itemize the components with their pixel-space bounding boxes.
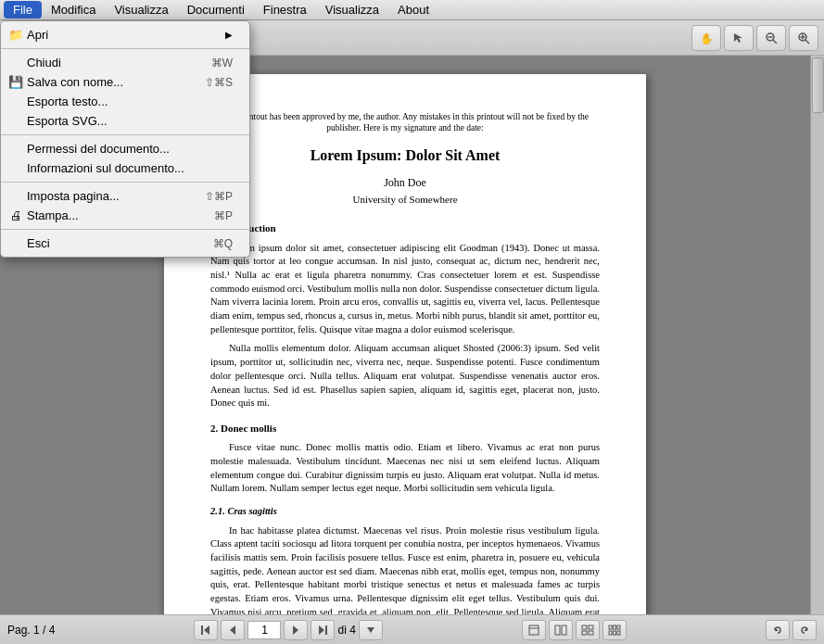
svg-rect-12 (201, 625, 203, 635)
section-2-para-1: Fusce vitae nunc. Donec mollis mattis od… (210, 441, 600, 496)
page-tools-group (522, 620, 627, 640)
menu-item-chiudi-label: Chiudi (27, 56, 61, 69)
menu-item-informazioni-label: Informazioni sul documento... (27, 161, 184, 175)
section-1-para-2: Nulla mollis elementum dolor. Aliquam ac… (210, 342, 600, 410)
svg-rect-32 (617, 631, 620, 635)
menu-item-esporta-svg-label: Esporta SVG... (27, 114, 108, 128)
menubar: File Modifica Visualizza Documenti Fines… (0, 0, 824, 20)
menu-file[interactable]: File (4, 1, 42, 19)
pdf-affiliation: University of Somewhere (210, 193, 600, 207)
menu-item-permessi-label: Permessi del documento... (27, 142, 170, 156)
separator-3 (1, 182, 249, 183)
di-label: di 4 (337, 624, 355, 637)
svg-rect-24 (589, 625, 593, 629)
menu-item-informazioni[interactable]: Informazioni sul documento... (1, 158, 249, 178)
tool-btn-1[interactable] (522, 620, 546, 640)
file-menu-dropdown: 📁 Apri ▶ Chiudi ⌘W 💾 Salva con nome... ⇧… (0, 20, 250, 258)
tool-btn-2[interactable] (549, 620, 573, 640)
svg-line-9 (805, 40, 809, 44)
menu-item-stampa-shortcut: ⌘P (214, 209, 233, 222)
svg-rect-27 (609, 625, 612, 629)
page-label: Pag. 1 / 4 (7, 624, 55, 637)
section-21-heading: 2.1. Cras sagittis (210, 505, 600, 519)
separator-4 (1, 229, 249, 230)
nav-first-button[interactable] (194, 620, 218, 640)
separator-2 (1, 134, 249, 135)
menu-item-salva-label: Salva con nome... (27, 75, 123, 89)
svg-rect-21 (555, 625, 560, 635)
svg-rect-19 (529, 625, 539, 635)
hand-tool-button[interactable]: ✋ (691, 25, 721, 51)
rotate-cw-button[interactable] (792, 620, 817, 640)
folder-icon: 📁 (8, 28, 23, 43)
menu-visualizza2[interactable]: Visualizza (316, 1, 388, 19)
separator-1 (1, 48, 249, 49)
menu-item-salva[interactable]: 💾 Salva con nome... ⇧⌘S (1, 72, 249, 92)
rotate-ccw-button[interactable] (766, 620, 790, 640)
nav-last-button[interactable] (311, 620, 335, 640)
rotate-tools-group (766, 620, 817, 640)
section-1-heading: 1. Introduction (210, 221, 600, 235)
file-menu-panel: 📁 Apri ▶ Chiudi ⌘W 💾 Salva con nome... ⇧… (0, 20, 250, 258)
menu-item-stampa[interactable]: 🖨 Stampa... ⌘P (1, 206, 249, 225)
svg-rect-29 (617, 625, 620, 629)
svg-rect-28 (613, 625, 615, 629)
floppy-icon: 💾 (8, 75, 23, 90)
svg-text:✋: ✋ (700, 32, 713, 44)
section-1-para-1: Lorem ipsum dolor sit amet, consectetuer… (210, 242, 600, 337)
menu-item-imposta-label: Imposta pagina... (27, 189, 120, 203)
nav-prev-button[interactable] (221, 620, 245, 640)
menu-item-chiudi-shortcut: ⌘W (211, 57, 233, 69)
menu-item-esci[interactable]: Esci ⌘Q (1, 234, 249, 253)
menu-finestra[interactable]: Finestra (254, 1, 316, 19)
svg-line-6 (773, 40, 777, 44)
page-input[interactable]: 1 (247, 621, 281, 639)
svg-marker-14 (230, 625, 235, 635)
pdf-title: Lorem Ipsum: Dolor Sit Amet (210, 145, 600, 166)
scroll-thumb[interactable] (812, 57, 824, 113)
svg-rect-31 (613, 631, 615, 635)
tool-btn-4[interactable] (602, 620, 627, 640)
svg-rect-30 (609, 631, 612, 635)
svg-rect-23 (582, 625, 587, 629)
svg-marker-4 (734, 33, 742, 43)
svg-rect-25 (582, 631, 587, 635)
svg-rect-16 (325, 625, 327, 635)
menu-item-esci-label: Esci (27, 236, 50, 250)
bottom-bar: Pag. 1 / 4 1 di 4 (0, 614, 824, 644)
menu-item-permessi[interactable]: Permessi del documento... (1, 139, 249, 158)
pdf-notice: This printout has been approved by me, t… (210, 111, 600, 134)
menu-about[interactable]: About (388, 1, 438, 19)
printer-icon: 🖨 (8, 208, 23, 223)
tool-btn-3[interactable] (576, 620, 600, 640)
menu-item-imposta[interactable]: Imposta pagina... ⇧⌘P (1, 186, 249, 206)
zoom-in-button[interactable] (789, 25, 818, 51)
menu-item-esci-shortcut: ⌘Q (213, 237, 233, 250)
menu-item-apri[interactable]: 📁 Apri ▶ (1, 25, 249, 44)
pdf-author: John Doe (210, 175, 600, 191)
svg-marker-18 (367, 627, 374, 633)
svg-rect-22 (562, 625, 566, 635)
svg-marker-13 (204, 625, 209, 635)
total-pages-down-button[interactable] (359, 620, 383, 640)
svg-marker-17 (319, 625, 324, 635)
vertical-scrollbar[interactable] (810, 56, 824, 614)
menu-visualizza1[interactable]: Visualizza (105, 1, 177, 19)
menu-documenti[interactable]: Documenti (178, 1, 254, 19)
select-tool-button[interactable] (724, 25, 754, 51)
page-navigation-group: 1 di 4 (194, 620, 382, 640)
menu-modifica[interactable]: Modifica (42, 1, 105, 19)
menu-item-chiudi[interactable]: Chiudi ⌘W (1, 53, 249, 72)
svg-rect-26 (589, 631, 593, 635)
section-21-para-1: In hac habitasse platea dictumst. Maecen… (210, 524, 600, 614)
nav-next-button[interactable] (284, 620, 308, 640)
menu-item-esporta-testo[interactable]: Esporta testo... (1, 92, 249, 111)
zoom-out-button[interactable] (756, 25, 786, 51)
menu-item-esporta-svg[interactable]: Esporta SVG... (1, 111, 249, 131)
submenu-arrow-icon: ▶ (225, 30, 233, 40)
svg-marker-15 (293, 625, 298, 635)
menu-item-imposta-shortcut: ⇧⌘P (205, 190, 233, 203)
menu-item-stampa-label: Stampa... (27, 208, 79, 222)
section-2-heading: 2. Donec mollis (210, 422, 600, 436)
menu-item-salva-shortcut: ⇧⌘S (205, 76, 233, 89)
